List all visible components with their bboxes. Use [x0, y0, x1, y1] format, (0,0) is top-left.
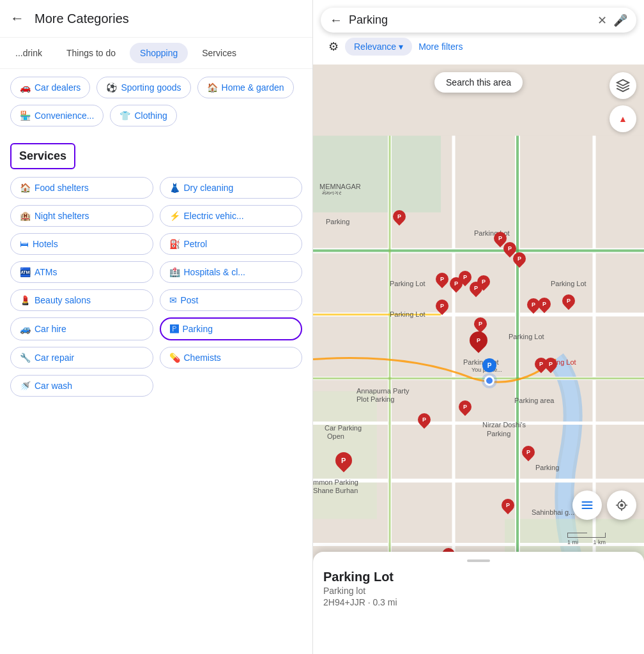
- svg-point-19: [620, 504, 624, 507]
- post-icon: ✉: [169, 295, 177, 305]
- compass-icon: ▲: [618, 114, 627, 124]
- chip-label: Sporting goods: [121, 82, 181, 93]
- parking-lot-label-5: Parking Lot: [509, 333, 544, 340]
- search-this-area-button[interactable]: Search this area: [434, 72, 523, 93]
- chip-night-shelters[interactable]: 🏨 Night shelters: [10, 205, 153, 227]
- chip-convenience[interactable]: 🏪 Convenience...: [10, 105, 103, 126]
- chip-label: Dry cleaning: [184, 183, 234, 193]
- chip-chemists[interactable]: 💊 Chemists: [160, 347, 303, 369]
- tab-things-to-do[interactable]: Things to do: [56, 43, 126, 63]
- car-parking-label: Car Parking: [325, 424, 362, 432]
- chip-car-hire[interactable]: 🚙 Car hire: [10, 317, 153, 340]
- parking-label-1: Parking: [326, 218, 349, 225]
- more-filters-button[interactable]: More filters: [418, 42, 463, 52]
- chip-label: Convenience...: [34, 110, 94, 121]
- chip-atms[interactable]: 🏧 ATMs: [10, 261, 153, 283]
- categories-section: 🚗 Car dealers ⚽ Sporting goods 🏠 Home & …: [0, 69, 312, 404]
- chip-label: Post: [181, 295, 199, 305]
- chip-sporting-goods[interactable]: ⚽ Sporting goods: [96, 77, 190, 98]
- parking-area-label: Parking area: [514, 397, 554, 404]
- relevance-arrow-icon: ▾: [399, 42, 403, 52]
- parking-lot-label-2: Parking Lot: [390, 280, 425, 287]
- tab-shopping[interactable]: Shopping: [130, 43, 188, 63]
- chip-label: Food shelters: [34, 183, 89, 193]
- list-icon: [581, 499, 594, 512]
- right-panel: ← Parking ✕ 🎤 ⚙ Relevance ▾ More filters: [313, 0, 644, 654]
- car-hire-icon: 🚙: [20, 324, 31, 334]
- chip-hotels[interactable]: 🛏 Hotels: [10, 233, 153, 255]
- chip-label: Car dealers: [34, 82, 80, 93]
- hospital-icon: 🏥: [169, 267, 180, 277]
- home-icon: 🏠: [207, 82, 218, 93]
- chip-label: Hospitals & cl...: [184, 267, 245, 277]
- shelter-icon: 🏠: [20, 183, 31, 193]
- chip-dry-cleaning[interactable]: 👗 Dry cleaning: [160, 177, 303, 199]
- chip-beauty-salons[interactable]: 💄 Beauty salons: [10, 289, 153, 311]
- chip-label: Clothing: [134, 110, 167, 121]
- tabs-row: ...drink Things to do Shopping Services: [0, 38, 312, 69]
- chip-label: Car hire: [34, 324, 66, 334]
- chip-label: Petrol: [184, 239, 208, 249]
- scale-km: 1 km: [593, 539, 606, 545]
- parking-lot-label-4: Parking Lot: [390, 310, 425, 318]
- map-area[interactable]: MEMNAGAR મેમનગર Parking Parking Lot Park…: [313, 65, 644, 654]
- annapurna-label: Annapurna Party: [356, 387, 410, 395]
- atm-icon: 🏧: [20, 267, 31, 277]
- chip-hospitals[interactable]: 🏥 Hospitals & cl...: [160, 261, 303, 283]
- parking-label-right: Parking: [535, 464, 559, 471]
- layers-button[interactable]: [610, 72, 636, 99]
- chip-food-shelters[interactable]: 🏠 Food shelters: [10, 177, 153, 199]
- search-back-button[interactable]: ←: [330, 13, 342, 27]
- tab-drink[interactable]: ...drink: [5, 43, 52, 63]
- chip-car-repair[interactable]: 🔧 Car repair: [10, 347, 153, 369]
- parking-icon: 🅿: [170, 324, 179, 334]
- card-address: 2H94+JJR · 0.3 mi: [323, 597, 634, 607]
- chip-car-dealers[interactable]: 🚗 Car dealers: [10, 77, 90, 98]
- chip-label: Parking: [183, 324, 213, 334]
- nirzar-label: Nirzar Doshi's: [482, 421, 526, 429]
- bottom-card[interactable]: Parking Lot Parking lot 2H94+JJR · 0.3 m…: [313, 552, 644, 654]
- chip-electric-vehicle[interactable]: ⚡ Electric vehic...: [160, 205, 303, 227]
- chip-car-wash[interactable]: 🚿 Car wash: [10, 375, 153, 397]
- current-location-dot: [484, 376, 494, 386]
- beauty-icon: 💄: [20, 295, 31, 305]
- store-icon: 🏪: [20, 110, 31, 121]
- shane-label: Shane Burhan: [313, 487, 358, 494]
- common-parking-label: mmon Parking: [313, 478, 358, 486]
- search-clear-button[interactable]: ✕: [597, 13, 607, 27]
- search-row: ← Parking ✕ 🎤: [321, 8, 636, 33]
- compass-button[interactable]: ▲: [610, 105, 636, 132]
- left-panel: ← More Categories ...drink Things to do …: [0, 0, 313, 654]
- search-value: Parking: [349, 13, 591, 27]
- scale-mi: 1 mi: [567, 539, 578, 545]
- car-icon: 🚗: [20, 82, 31, 93]
- filter-icon-button[interactable]: ⚙: [328, 40, 339, 54]
- scale-bar: 1 mi 1 km: [567, 533, 606, 545]
- search-mic-button[interactable]: 🎤: [613, 13, 627, 27]
- drag-handle: [467, 559, 490, 562]
- chip-parking[interactable]: 🅿 Parking: [160, 317, 303, 340]
- services-section-header: Services: [10, 143, 75, 169]
- chip-label: Beauty salons: [34, 295, 91, 305]
- electric-icon: ⚡: [169, 211, 180, 221]
- relevance-filter-button[interactable]: Relevance ▾: [345, 38, 412, 56]
- location-icon: [615, 499, 628, 512]
- back-button[interactable]: ←: [10, 10, 24, 27]
- you-parked-pin: P: [482, 358, 496, 372]
- car-wash-icon: 🚿: [20, 381, 31, 391]
- clothing-icon: 👕: [119, 110, 130, 121]
- chip-clothing[interactable]: 👕 Clothing: [110, 105, 176, 126]
- chip-home-garden[interactable]: 🏠 Home & garden: [197, 77, 294, 98]
- my-location-button[interactable]: [607, 490, 636, 520]
- petrol-icon: ⛽: [169, 239, 180, 249]
- chemist-icon: 💊: [169, 353, 180, 363]
- chip-label: Hotels: [33, 239, 58, 249]
- tab-services[interactable]: Services: [192, 43, 247, 63]
- left-header: ← More Categories: [0, 0, 312, 38]
- chip-label: Night shelters: [34, 211, 89, 221]
- chip-petrol[interactable]: ⛽ Petrol: [160, 233, 303, 255]
- map-list-button[interactable]: [572, 490, 602, 520]
- hotel-icon: 🛏: [20, 239, 29, 249]
- chip-post[interactable]: ✉ Post: [160, 289, 303, 311]
- nirzar-parking-label: Parking: [487, 430, 510, 437]
